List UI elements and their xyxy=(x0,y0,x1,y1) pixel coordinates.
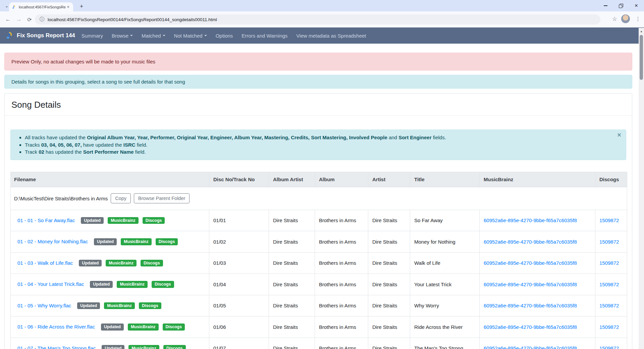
bookmark-star-icon[interactable]: ☆ xyxy=(612,15,617,22)
cell-album: Brothers in Arms xyxy=(315,210,368,231)
badge-musicbrainz: MusicBrainz xyxy=(128,323,159,331)
browser-toolbar: ← → ⟳ ⓘ localhost:4567/FixSongsReport001… xyxy=(0,11,644,28)
music-note-logo-icon xyxy=(5,31,14,40)
badge-musicbrainz: MusicBrainz xyxy=(106,260,137,267)
song-details-card: Song Details All tracks have updated the… xyxy=(4,93,632,349)
discogs-link[interactable]: 1509872 xyxy=(599,282,619,287)
window-minimize-button[interactable] xyxy=(598,0,613,11)
song-row: 01 - 04 - Your Latest Trick.flacUpdatedM… xyxy=(11,274,627,295)
musicbrainz-link[interactable]: 60952a6e-895e-4270-9bbe-f65a7c6035f8 xyxy=(484,303,577,308)
address-bar[interactable]: ⓘ localhost:4567/FixSongsReport00144/Fix… xyxy=(35,14,600,24)
app-title: Fix Songs Report 144 xyxy=(17,32,75,39)
musicbrainz-link[interactable]: 60952a6e-895e-4270-9bbe-f65a7c6035f8 xyxy=(484,217,577,223)
cell-album: Brothers in Arms xyxy=(315,252,368,274)
song-file-link[interactable]: 01 - 05 - Why Worry.flac xyxy=(17,303,71,308)
caret-down-icon xyxy=(204,35,207,36)
discogs-link[interactable]: 1509872 xyxy=(599,217,619,223)
song-file-link[interactable]: 01 - 03 - Walk of Life.flac xyxy=(17,260,73,266)
badge-discogs: Discogs xyxy=(156,238,178,245)
discogs-link[interactable]: 1509872 xyxy=(599,324,619,330)
tab-close-icon[interactable]: × xyxy=(66,4,70,9)
page-body: Preview Only, no actual changes will be … xyxy=(0,44,644,349)
music-note-favicon xyxy=(12,5,16,9)
discogs-link[interactable]: 1509872 xyxy=(599,303,619,308)
badge-updated: Updated xyxy=(77,302,100,309)
cell-title: Money for Nothing xyxy=(410,231,480,253)
song-file-link[interactable]: 01 - 04 - Your Latest Trick.flac xyxy=(17,281,84,287)
cell-title: Ride Across the River xyxy=(410,316,480,338)
badge-group: UpdatedMusicBrainzDiscogs xyxy=(101,323,185,331)
nav-item-label: Summary xyxy=(82,33,103,39)
page-scrollbar[interactable]: ▲ xyxy=(639,28,644,349)
browse-parent-folder-button[interactable]: Browse Parent Folder xyxy=(134,193,190,203)
song-file-link[interactable]: 01 - 07 - The Man's Too Strong.flac xyxy=(17,345,96,349)
page-title: Song Details xyxy=(11,100,625,110)
col-musicbrainz: MusicBrainz xyxy=(480,172,595,187)
nav-item[interactable]: Browse xyxy=(107,33,137,39)
toolbar-right: ☆ ⋮ xyxy=(612,14,642,23)
scroll-up-icon[interactable]: ▲ xyxy=(639,28,644,33)
cell-title: Your Latest Trick xyxy=(410,274,480,295)
cell-artist: Dire Straits xyxy=(368,252,410,274)
discogs-link[interactable]: 1509872 xyxy=(599,260,619,266)
song-file-link[interactable]: 01 - 01 - So Far Away.flac xyxy=(17,217,75,223)
cell-artist: Dire Straits xyxy=(368,338,410,349)
cell-album-artist: Dire Straits xyxy=(269,252,315,274)
page-info-icon[interactable]: ⓘ xyxy=(40,16,44,22)
nav-item[interactable]: Errors and Warnings xyxy=(237,33,292,39)
app-brand[interactable]: Fix Songs Report 144 xyxy=(5,31,75,40)
col-filename: Filename xyxy=(11,172,209,187)
discogs-link[interactable]: 1509872 xyxy=(599,239,619,245)
musicbrainz-link[interactable]: 60952a6e-895e-4270-9bbe-f65a7c6035f8 xyxy=(484,260,577,266)
forward-button[interactable]: → xyxy=(14,15,23,24)
window-close-button[interactable]: × xyxy=(629,0,644,11)
badge-updated: Updated xyxy=(102,345,124,349)
preview-only-alert: Preview Only, no actual changes will be … xyxy=(4,53,632,70)
badge-musicbrainz: MusicBrainz xyxy=(108,217,139,224)
cell-album-artist: Dire Straits xyxy=(269,274,315,295)
nav-item-label: Options xyxy=(216,33,233,39)
nav-item[interactable]: Not Matched xyxy=(170,33,211,39)
discogs-link[interactable]: 1509872 xyxy=(599,345,619,349)
musicbrainz-link[interactable]: 60952a6e-895e-4270-9bbe-f65a7c6035f8 xyxy=(484,345,577,349)
musicbrainz-link[interactable]: 60952a6e-895e-4270-9bbe-f65a7c6035f8 xyxy=(484,324,577,330)
back-icon: ← xyxy=(5,16,11,23)
badge-discogs: Discogs xyxy=(141,260,163,267)
cell-album: Brothers in Arms xyxy=(315,338,368,349)
nav-item-label: Matched xyxy=(142,33,161,39)
nav-item[interactable]: View metadata as Spreadsheet xyxy=(292,33,370,39)
cell-album: Brothers in Arms xyxy=(315,274,368,295)
cell-album: Brothers in Arms xyxy=(315,316,368,338)
musicbrainz-link[interactable]: 60952a6e-895e-4270-9bbe-f65a7c6035f8 xyxy=(484,282,577,287)
window-restore-button[interactable] xyxy=(613,0,629,11)
folder-path: D:\MusicTest\Dire Straits\Brothers in Ar… xyxy=(14,196,108,201)
update-summary-item: All tracks have updated the Original Alb… xyxy=(25,134,612,141)
copy-button[interactable]: Copy xyxy=(111,193,131,203)
window-controls: × xyxy=(598,0,644,11)
browser-titlebar: ⌄ localhost:4567/FixSongsReport0 × + × xyxy=(0,0,644,11)
update-summary-item: Tracks 03, 04, 05, 06, 07, have updated … xyxy=(25,141,612,149)
new-tab-button[interactable]: + xyxy=(77,2,86,11)
dismiss-summary-icon[interactable]: × xyxy=(617,131,621,139)
browser-menu-icon[interactable]: ⋮ xyxy=(634,16,642,22)
badge-musicbrainz: MusicBrainz xyxy=(104,302,135,309)
cell-artist: Dire Straits xyxy=(368,274,410,295)
nav-item[interactable]: Summary xyxy=(77,33,107,39)
cell-artist: Dire Straits xyxy=(368,316,410,338)
song-file-link[interactable]: 01 - 06 - Ride Across the River.flac xyxy=(17,324,95,330)
reload-button[interactable]: ⟳ xyxy=(25,15,34,24)
scrollbar-thumb[interactable] xyxy=(640,35,643,80)
browser-tab[interactable]: localhost:4567/FixSongsReport0 × xyxy=(9,2,73,11)
nav-item[interactable]: Options xyxy=(211,33,237,39)
musicbrainz-link[interactable]: 60952a6e-895e-4270-9bbe-f65a7c6035f8 xyxy=(484,239,577,245)
song-file-link[interactable]: 01 - 02 - Money for Nothing.flac xyxy=(17,239,88,244)
cell-artist: Dire Straits xyxy=(368,231,410,253)
profile-avatar[interactable] xyxy=(621,14,630,23)
update-summary-box: All tracks have updated the Original Alb… xyxy=(10,130,626,160)
col-track: Disc No/Track No xyxy=(209,172,269,187)
cell-album: Brothers in Arms xyxy=(315,231,368,253)
song-row: 01 - 07 - The Man's Too Strong.flacUpdat… xyxy=(11,338,627,349)
back-button[interactable]: ← xyxy=(3,15,13,24)
window-close-icon: × xyxy=(635,2,638,9)
nav-item[interactable]: Matched xyxy=(137,33,170,39)
